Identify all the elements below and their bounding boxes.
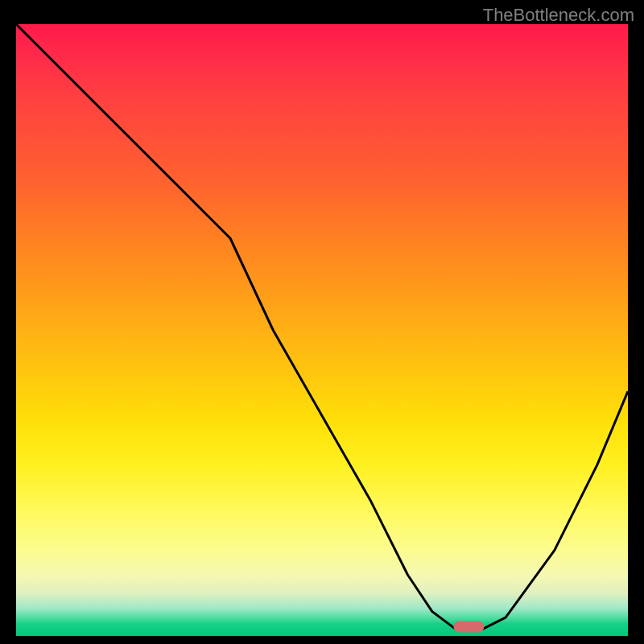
- chart-frame: [16, 24, 628, 636]
- optimal-marker: [453, 621, 484, 633]
- watermark-text: TheBottleneck.com: [483, 5, 634, 26]
- bottleneck-curve-line: [16, 24, 628, 630]
- chart-svg: [16, 24, 628, 636]
- chart-plot-area: [16, 24, 628, 636]
